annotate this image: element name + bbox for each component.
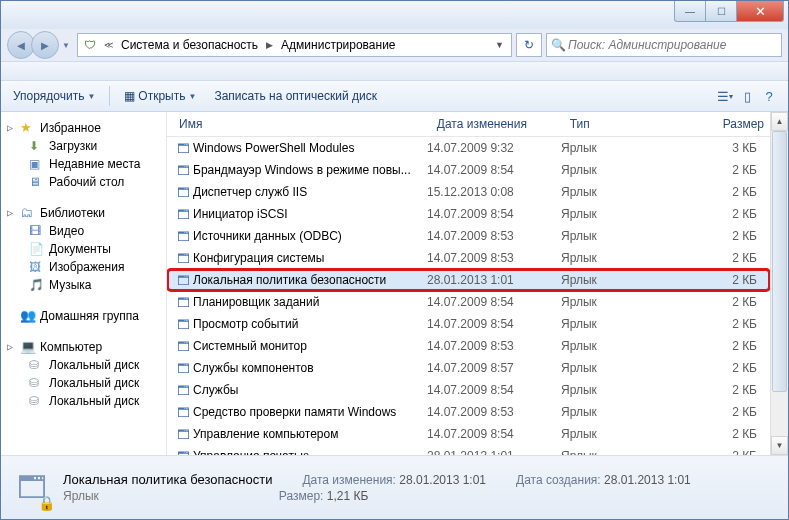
- file-date: 14.07.2009 8:53: [421, 251, 555, 265]
- file-row[interactable]: 🗔Средство проверки памяти Windows14.07.2…: [167, 401, 770, 423]
- nav-local-disk[interactable]: ⛁Локальный диск: [1, 374, 166, 392]
- shortcut-icon: 🗔: [173, 141, 193, 156]
- file-size: 2 КБ: [685, 427, 763, 441]
- maximize-button[interactable]: ☐: [706, 1, 736, 22]
- file-size: 2 КБ: [685, 185, 763, 199]
- computer-icon: 💻: [20, 339, 36, 354]
- nav-downloads[interactable]: ⬇Загрузки: [1, 137, 166, 155]
- breadcrumb-chevron-icon[interactable]: ≪: [101, 40, 116, 50]
- address-bar[interactable]: 🛡 ≪ Система и безопасность ▶ Администрир…: [77, 33, 512, 57]
- nav-libraries-header[interactable]: ▷🗂Библиотеки: [1, 203, 166, 222]
- music-icon: 🎵: [29, 278, 45, 292]
- details-created: 28.01.2013 1:01: [604, 473, 691, 487]
- scroll-thumb[interactable]: [772, 131, 787, 392]
- file-row[interactable]: 🗔Управление печатью28.01.2013 1:01Ярлык2…: [167, 445, 770, 455]
- file-type: Ярлык: [555, 427, 685, 441]
- scroll-down-button[interactable]: ▼: [771, 436, 788, 455]
- file-name: Windows PowerShell Modules: [193, 141, 421, 155]
- burn-button[interactable]: Записать на оптический диск: [210, 87, 381, 105]
- shortcut-icon: 🗔: [173, 229, 193, 244]
- file-row[interactable]: 🗔Инициатор iSCSI14.07.2009 8:54Ярлык2 КБ: [167, 203, 770, 225]
- file-date: 14.07.2009 8:54: [421, 295, 555, 309]
- file-row[interactable]: 🗔Локальная политика безопасности28.01.20…: [167, 269, 770, 291]
- breadcrumb-segment[interactable]: Система и безопасность: [119, 38, 260, 52]
- main-area: ▷★Избранное ⬇Загрузки ▣Недавние места 🖥Р…: [1, 112, 788, 455]
- shortcut-icon: 🗔: [173, 207, 193, 222]
- help-button[interactable]: ?: [758, 85, 780, 107]
- nav-computer-header[interactable]: ▷💻Компьютер: [1, 337, 166, 356]
- file-size: 2 КБ: [685, 229, 763, 243]
- desktop-icon: 🖥: [29, 175, 45, 189]
- file-row[interactable]: 🗔Службы компонентов14.07.2009 8:57Ярлык2…: [167, 357, 770, 379]
- file-row[interactable]: 🗔Управление компьютером14.07.2009 8:54Яр…: [167, 423, 770, 445]
- shortcut-icon: 🗔: [173, 405, 193, 420]
- file-row[interactable]: 🗔Источники данных (ODBC)14.07.2009 8:53Я…: [167, 225, 770, 247]
- preview-pane-button[interactable]: ▯: [736, 85, 758, 107]
- shield-icon: 🛡: [82, 37, 98, 53]
- file-name: Службы: [193, 383, 421, 397]
- breadcrumb-segment[interactable]: Администрирование: [279, 38, 397, 52]
- nav-homegroup-header[interactable]: 👥Домашняя группа: [1, 306, 166, 325]
- organize-menu[interactable]: Упорядочить▼: [9, 87, 99, 105]
- file-type: Ярлык: [555, 449, 685, 455]
- details-icon: 🗔🔒: [11, 467, 53, 509]
- minimize-button[interactable]: —: [674, 1, 706, 22]
- menu-bar[interactable]: [1, 61, 788, 81]
- file-type: Ярлык: [555, 207, 685, 221]
- nav-favorites-header[interactable]: ▷★Избранное: [1, 118, 166, 137]
- file-type: Ярлык: [555, 273, 685, 287]
- column-type[interactable]: Тип: [564, 117, 693, 131]
- shortcut-icon: 🗔: [173, 163, 193, 178]
- open-button[interactable]: ▦ Открыть▼: [120, 87, 200, 105]
- file-date: 14.07.2009 9:32: [421, 141, 555, 155]
- file-row[interactable]: 🗔Службы14.07.2009 8:54Ярлык2 КБ: [167, 379, 770, 401]
- details-type: Ярлык: [63, 489, 99, 503]
- column-name[interactable]: Имя: [173, 117, 431, 131]
- shortcut-icon: 🗔: [173, 273, 193, 288]
- file-row[interactable]: 🗔Планировщик заданий14.07.2009 8:54Ярлык…: [167, 291, 770, 313]
- file-type: Ярлык: [555, 251, 685, 265]
- file-name: Инициатор iSCSI: [193, 207, 421, 221]
- file-name: Системный монитор: [193, 339, 421, 353]
- scroll-up-button[interactable]: ▲: [771, 112, 788, 131]
- nav-documents[interactable]: 📄Документы: [1, 240, 166, 258]
- search-input[interactable]: 🔍 Поиск: Администрирование: [546, 33, 782, 57]
- drive-icon: ⛁: [29, 376, 45, 390]
- title-bar: — ☐ ✕: [1, 1, 788, 29]
- file-row[interactable]: 🗔Windows PowerShell Modules14.07.2009 9:…: [167, 137, 770, 159]
- nav-forward-button[interactable]: ►: [31, 31, 59, 59]
- column-date[interactable]: Дата изменения: [431, 117, 564, 131]
- view-options-button[interactable]: ☰▾: [714, 85, 736, 107]
- shortcut-icon: 🗔: [173, 185, 193, 200]
- shortcut-icon: 🗔: [173, 383, 193, 398]
- file-name: Конфигурация системы: [193, 251, 421, 265]
- nav-local-disk[interactable]: ⛁Локальный диск: [1, 356, 166, 374]
- refresh-button[interactable]: ↻: [516, 33, 542, 57]
- separator: [109, 86, 110, 106]
- file-row[interactable]: 🗔Просмотр событий14.07.2009 8:54Ярлык2 К…: [167, 313, 770, 335]
- breadcrumb-chevron-icon[interactable]: ▶: [263, 40, 276, 50]
- nav-pictures[interactable]: 🖼Изображения: [1, 258, 166, 276]
- shortcut-icon: 🗔: [173, 317, 193, 332]
- vertical-scrollbar[interactable]: ▲ ▼: [770, 112, 788, 455]
- nav-videos[interactable]: 🎞Видео: [1, 222, 166, 240]
- nav-history-dropdown[interactable]: ▼: [59, 35, 73, 55]
- file-row[interactable]: 🗔Конфигурация системы14.07.2009 8:53Ярлы…: [167, 247, 770, 269]
- close-button[interactable]: ✕: [736, 1, 784, 22]
- drive-icon: ⛁: [29, 358, 45, 372]
- breadcrumb-overflow-icon[interactable]: ▼: [492, 39, 507, 51]
- file-date: 14.07.2009 8:53: [421, 229, 555, 243]
- details-pane: 🗔🔒 Локальная политика безопасности Дата …: [1, 455, 788, 519]
- nav-recent[interactable]: ▣Недавние места: [1, 155, 166, 173]
- file-row[interactable]: 🗔Системный монитор14.07.2009 8:53Ярлык2 …: [167, 335, 770, 357]
- homegroup-icon: 👥: [20, 308, 36, 323]
- nav-music[interactable]: 🎵Музыка: [1, 276, 166, 294]
- scroll-track[interactable]: [771, 131, 788, 436]
- nav-local-disk[interactable]: ⛁Локальный диск: [1, 392, 166, 410]
- file-row[interactable]: 🗔Брандмауэр Windows в режиме повы...14.0…: [167, 159, 770, 181]
- file-size: 2 КБ: [685, 317, 763, 331]
- file-size: 2 КБ: [685, 383, 763, 397]
- nav-desktop[interactable]: 🖥Рабочий стол: [1, 173, 166, 191]
- column-size[interactable]: Размер: [693, 117, 770, 131]
- file-row[interactable]: 🗔Диспетчер служб IIS15.12.2013 0:08Ярлык…: [167, 181, 770, 203]
